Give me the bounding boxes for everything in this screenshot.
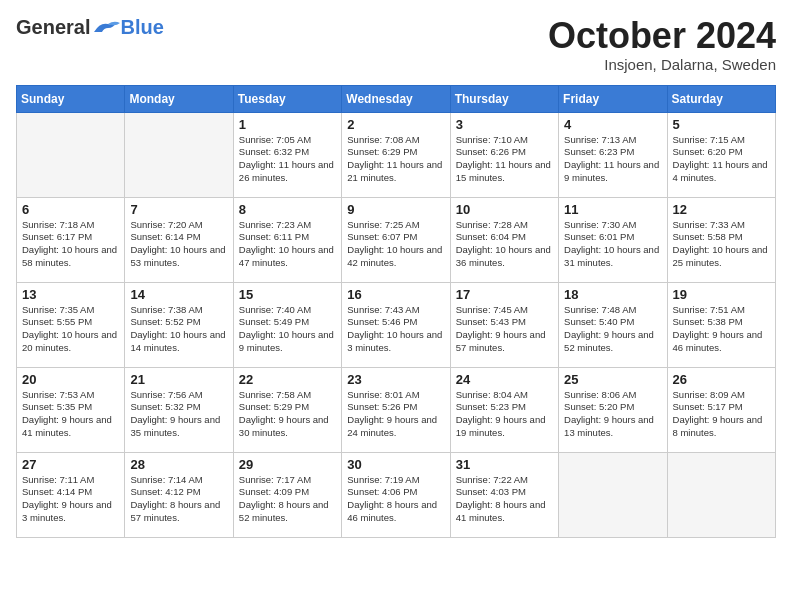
calendar-cell: 1Sunrise: 7:05 AMSunset: 6:32 PMDaylight…	[233, 112, 341, 197]
day-number: 19	[673, 287, 770, 302]
day-detail: Sunrise: 7:45 AMSunset: 5:43 PMDaylight:…	[456, 304, 553, 355]
day-detail: Sunrise: 8:06 AMSunset: 5:20 PMDaylight:…	[564, 389, 661, 440]
day-number: 31	[456, 457, 553, 472]
day-detail: Sunrise: 7:35 AMSunset: 5:55 PMDaylight:…	[22, 304, 119, 355]
day-number: 20	[22, 372, 119, 387]
day-detail: Sunrise: 7:28 AMSunset: 6:04 PMDaylight:…	[456, 219, 553, 270]
day-number: 13	[22, 287, 119, 302]
calendar-cell: 16Sunrise: 7:43 AMSunset: 5:46 PMDayligh…	[342, 282, 450, 367]
calendar-cell: 12Sunrise: 7:33 AMSunset: 5:58 PMDayligh…	[667, 197, 775, 282]
day-number: 28	[130, 457, 227, 472]
day-number: 6	[22, 202, 119, 217]
day-number: 26	[673, 372, 770, 387]
calendar-week-5: 27Sunrise: 7:11 AMSunset: 4:14 PMDayligh…	[17, 452, 776, 537]
day-number: 30	[347, 457, 444, 472]
day-detail: Sunrise: 7:11 AMSunset: 4:14 PMDaylight:…	[22, 474, 119, 525]
calendar-cell	[559, 452, 667, 537]
weekday-header-wednesday: Wednesday	[342, 85, 450, 112]
calendar-cell: 21Sunrise: 7:56 AMSunset: 5:32 PMDayligh…	[125, 367, 233, 452]
day-number: 21	[130, 372, 227, 387]
day-detail: Sunrise: 7:15 AMSunset: 6:20 PMDaylight:…	[673, 134, 770, 185]
day-number: 12	[673, 202, 770, 217]
day-detail: Sunrise: 7:40 AMSunset: 5:49 PMDaylight:…	[239, 304, 336, 355]
calendar-cell	[17, 112, 125, 197]
day-number: 11	[564, 202, 661, 217]
day-number: 14	[130, 287, 227, 302]
day-number: 16	[347, 287, 444, 302]
logo-blue-text: Blue	[120, 16, 163, 39]
calendar-cell: 9Sunrise: 7:25 AMSunset: 6:07 PMDaylight…	[342, 197, 450, 282]
logo-general-text: General	[16, 16, 90, 39]
calendar-cell: 24Sunrise: 8:04 AMSunset: 5:23 PMDayligh…	[450, 367, 558, 452]
day-number: 29	[239, 457, 336, 472]
day-detail: Sunrise: 7:25 AMSunset: 6:07 PMDaylight:…	[347, 219, 444, 270]
day-detail: Sunrise: 8:04 AMSunset: 5:23 PMDaylight:…	[456, 389, 553, 440]
calendar-cell: 27Sunrise: 7:11 AMSunset: 4:14 PMDayligh…	[17, 452, 125, 537]
day-detail: Sunrise: 7:22 AMSunset: 4:03 PMDaylight:…	[456, 474, 553, 525]
month-title: October 2024	[548, 16, 776, 56]
day-number: 7	[130, 202, 227, 217]
day-detail: Sunrise: 7:19 AMSunset: 4:06 PMDaylight:…	[347, 474, 444, 525]
calendar-week-2: 6Sunrise: 7:18 AMSunset: 6:17 PMDaylight…	[17, 197, 776, 282]
day-number: 5	[673, 117, 770, 132]
weekday-header-thursday: Thursday	[450, 85, 558, 112]
day-number: 4	[564, 117, 661, 132]
calendar-cell: 4Sunrise: 7:13 AMSunset: 6:23 PMDaylight…	[559, 112, 667, 197]
day-detail: Sunrise: 8:09 AMSunset: 5:17 PMDaylight:…	[673, 389, 770, 440]
day-detail: Sunrise: 7:58 AMSunset: 5:29 PMDaylight:…	[239, 389, 336, 440]
calendar-week-1: 1Sunrise: 7:05 AMSunset: 6:32 PMDaylight…	[17, 112, 776, 197]
calendar-cell: 5Sunrise: 7:15 AMSunset: 6:20 PMDaylight…	[667, 112, 775, 197]
day-number: 3	[456, 117, 553, 132]
day-detail: Sunrise: 7:10 AMSunset: 6:26 PMDaylight:…	[456, 134, 553, 185]
weekday-header-tuesday: Tuesday	[233, 85, 341, 112]
day-detail: Sunrise: 7:14 AMSunset: 4:12 PMDaylight:…	[130, 474, 227, 525]
location-subtitle: Insjoen, Dalarna, Sweden	[548, 56, 776, 73]
day-number: 2	[347, 117, 444, 132]
logo-bird-icon	[92, 18, 120, 38]
day-detail: Sunrise: 7:08 AMSunset: 6:29 PMDaylight:…	[347, 134, 444, 185]
calendar-cell: 13Sunrise: 7:35 AMSunset: 5:55 PMDayligh…	[17, 282, 125, 367]
calendar-week-4: 20Sunrise: 7:53 AMSunset: 5:35 PMDayligh…	[17, 367, 776, 452]
calendar-cell	[667, 452, 775, 537]
calendar-cell: 11Sunrise: 7:30 AMSunset: 6:01 PMDayligh…	[559, 197, 667, 282]
day-detail: Sunrise: 7:53 AMSunset: 5:35 PMDaylight:…	[22, 389, 119, 440]
logo: General Blue	[16, 16, 164, 39]
day-detail: Sunrise: 7:51 AMSunset: 5:38 PMDaylight:…	[673, 304, 770, 355]
weekday-header-sunday: Sunday	[17, 85, 125, 112]
calendar-cell: 19Sunrise: 7:51 AMSunset: 5:38 PMDayligh…	[667, 282, 775, 367]
day-number: 25	[564, 372, 661, 387]
day-number: 10	[456, 202, 553, 217]
day-number: 18	[564, 287, 661, 302]
day-number: 15	[239, 287, 336, 302]
day-number: 24	[456, 372, 553, 387]
calendar-cell: 3Sunrise: 7:10 AMSunset: 6:26 PMDaylight…	[450, 112, 558, 197]
calendar-cell: 20Sunrise: 7:53 AMSunset: 5:35 PMDayligh…	[17, 367, 125, 452]
title-block: October 2024 Insjoen, Dalarna, Sweden	[548, 16, 776, 73]
day-detail: Sunrise: 7:23 AMSunset: 6:11 PMDaylight:…	[239, 219, 336, 270]
calendar-cell: 18Sunrise: 7:48 AMSunset: 5:40 PMDayligh…	[559, 282, 667, 367]
weekday-header-monday: Monday	[125, 85, 233, 112]
day-detail: Sunrise: 7:56 AMSunset: 5:32 PMDaylight:…	[130, 389, 227, 440]
day-detail: Sunrise: 8:01 AMSunset: 5:26 PMDaylight:…	[347, 389, 444, 440]
calendar-cell: 30Sunrise: 7:19 AMSunset: 4:06 PMDayligh…	[342, 452, 450, 537]
day-number: 23	[347, 372, 444, 387]
calendar-cell: 31Sunrise: 7:22 AMSunset: 4:03 PMDayligh…	[450, 452, 558, 537]
day-detail: Sunrise: 7:30 AMSunset: 6:01 PMDaylight:…	[564, 219, 661, 270]
calendar-cell: 6Sunrise: 7:18 AMSunset: 6:17 PMDaylight…	[17, 197, 125, 282]
day-detail: Sunrise: 7:33 AMSunset: 5:58 PMDaylight:…	[673, 219, 770, 270]
calendar-cell: 28Sunrise: 7:14 AMSunset: 4:12 PMDayligh…	[125, 452, 233, 537]
day-detail: Sunrise: 7:18 AMSunset: 6:17 PMDaylight:…	[22, 219, 119, 270]
day-number: 9	[347, 202, 444, 217]
calendar-cell: 23Sunrise: 8:01 AMSunset: 5:26 PMDayligh…	[342, 367, 450, 452]
calendar-cell: 14Sunrise: 7:38 AMSunset: 5:52 PMDayligh…	[125, 282, 233, 367]
weekday-header-row: SundayMondayTuesdayWednesdayThursdayFrid…	[17, 85, 776, 112]
calendar-table: SundayMondayTuesdayWednesdayThursdayFrid…	[16, 85, 776, 538]
calendar-cell: 26Sunrise: 8:09 AMSunset: 5:17 PMDayligh…	[667, 367, 775, 452]
day-number: 1	[239, 117, 336, 132]
page-header: General Blue October 2024 Insjoen, Dalar…	[16, 16, 776, 73]
calendar-cell: 17Sunrise: 7:45 AMSunset: 5:43 PMDayligh…	[450, 282, 558, 367]
weekday-header-friday: Friday	[559, 85, 667, 112]
day-detail: Sunrise: 7:13 AMSunset: 6:23 PMDaylight:…	[564, 134, 661, 185]
calendar-cell	[125, 112, 233, 197]
calendar-cell: 7Sunrise: 7:20 AMSunset: 6:14 PMDaylight…	[125, 197, 233, 282]
